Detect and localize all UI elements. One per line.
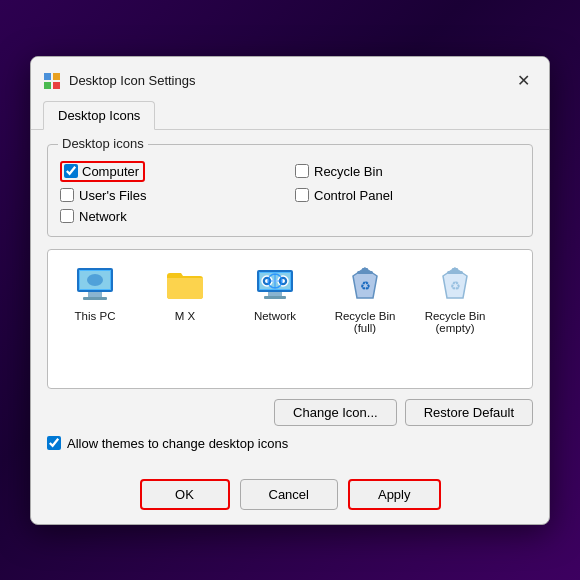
content-area: Desktop icons Computer Recycle Bin [31,130,549,479]
svg-text:♻: ♻ [450,279,461,293]
checkbox-controlpanel-row: Control Panel [295,188,520,203]
allow-themes-row: Allow themes to change desktop icons [47,436,533,451]
change-icon-button[interactable]: Change Icon... [274,399,397,426]
svg-rect-1 [53,73,60,80]
ok-button[interactable]: OK [140,479,230,510]
title-bar-left: Desktop Icon Settings [43,72,195,90]
title-bar: Desktop Icon Settings ✕ [31,57,549,101]
checkbox-computer-row: Computer [60,161,285,182]
dialog-window: Desktop Icon Settings ✕ Desktop Icons De… [30,56,550,525]
cancel-button[interactable]: Cancel [240,479,338,510]
this-pc-icon [73,262,117,306]
checkbox-recyclebin-row: Recycle Bin [295,161,520,182]
group-label: Desktop icons [58,136,148,151]
checkboxes-grid: Computer Recycle Bin User's Files Contro… [60,161,520,224]
svg-rect-2 [44,82,51,89]
icons-row: This PC M X [60,262,520,334]
icon-recycle-bin-empty[interactable]: ♻ Recycle Bin (empty) [420,262,490,334]
svg-rect-26 [362,268,368,272]
dialog-icon [43,72,61,90]
svg-point-9 [87,274,103,286]
allow-themes-checkbox[interactable] [47,436,61,450]
icon-network[interactable]: Network [240,262,310,322]
mx-label: M X [175,310,195,322]
checkbox-controlpanel[interactable] [295,188,309,202]
allow-themes-label: Allow themes to change desktop icons [67,436,288,451]
checkbox-usersfiles-row: User's Files [60,188,285,203]
svg-text:♻: ♻ [360,279,371,293]
recycle-bin-full-icon: ♻ [343,262,387,306]
network-icon [253,262,297,306]
icons-preview-panel: This PC M X [47,249,533,389]
recycle-bin-full-label: Recycle Bin (full) [335,310,396,334]
checkbox-computer[interactable] [64,164,78,178]
svg-rect-3 [53,82,60,89]
svg-rect-12 [268,292,282,296]
icon-this-pc[interactable]: This PC [60,262,130,322]
recycle-bin-empty-label: Recycle Bin (empty) [425,310,486,334]
checkbox-network-row: Network [60,209,285,224]
svg-rect-7 [83,297,107,300]
checkbox-controlpanel-label: Control Panel [314,188,393,203]
tabs-bar: Desktop Icons [31,101,549,130]
svg-rect-13 [264,296,286,299]
checkbox-usersfiles[interactable] [60,188,74,202]
checkbox-usersfiles-label: User's Files [79,188,147,203]
recycle-bin-empty-icon: ♻ [433,262,477,306]
desktop-icons-group: Desktop icons Computer Recycle Bin [47,144,533,237]
network-label: Network [254,310,296,322]
icon-action-buttons: Change Icon... Restore Default [47,399,533,426]
checkbox-network-label: Network [79,209,127,224]
svg-rect-0 [44,73,51,80]
icon-recycle-bin-full[interactable]: ♻ Recycle Bin (full) [330,262,400,334]
svg-rect-31 [452,268,458,272]
close-button[interactable]: ✕ [509,67,537,95]
mx-icon [163,262,207,306]
checkbox-recyclebin-label: Recycle Bin [314,164,383,179]
this-pc-label: This PC [75,310,116,322]
dialog-title: Desktop Icon Settings [69,73,195,88]
icon-mx[interactable]: M X [150,262,220,322]
checkbox-network[interactable] [60,209,74,223]
apply-button[interactable]: Apply [348,479,441,510]
restore-default-button[interactable]: Restore Default [405,399,533,426]
footer-buttons: OK Cancel Apply [31,479,549,524]
checkbox-computer-highlight: Computer [60,161,145,182]
tab-desktop-icons[interactable]: Desktop Icons [43,101,155,130]
checkbox-computer-label: Computer [82,164,139,179]
svg-rect-6 [88,292,102,297]
checkbox-recyclebin[interactable] [295,164,309,178]
